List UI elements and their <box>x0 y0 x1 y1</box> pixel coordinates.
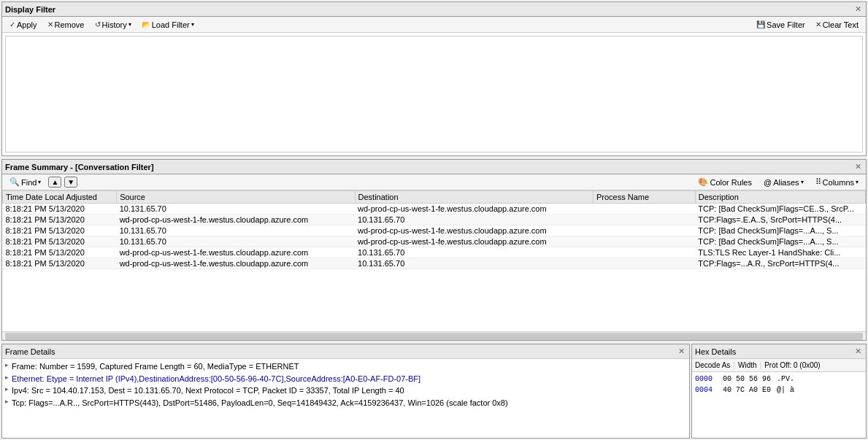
detail-row[interactable]: ▸Frame: Number = 1599, Captured Frame Le… <box>5 360 686 373</box>
aliases-icon: @ <box>764 178 772 187</box>
find-next-button[interactable]: ▼ <box>64 177 77 188</box>
hex-details-header: Hex Details ✕ <box>692 344 866 359</box>
decode-as-label: Decode As <box>695 361 730 369</box>
find-button[interactable]: 🔍 Find ▾ <box>5 177 45 188</box>
cell-time: 8:18:21 PM 5/13/2020 <box>3 225 117 236</box>
col-header-process: Process Name <box>593 191 695 204</box>
cell-processName <box>593 258 695 269</box>
table-row[interactable]: 8:18:21 PM 5/13/202010.131.65.70wd-prod-… <box>3 236 866 247</box>
cell-description: TCP: [Bad CheckSum]Flags=CE..S., SrcP... <box>695 204 865 215</box>
frame-summary-close-button[interactable]: ✕ <box>853 162 863 171</box>
find-prev-button[interactable]: ▲ <box>48 177 61 188</box>
expand-icon[interactable]: ▸ <box>5 385 9 395</box>
history-button[interactable]: ↺ History ▾ <box>91 20 136 30</box>
bottom-panels: Frame Details ✕ ▸Frame: Number = 1599, C… <box>1 344 867 439</box>
cell-source: wd-prod-cp-us-west-1-fe.westus.cloudapp.… <box>117 215 355 225</box>
hex-offset: 0000 <box>695 374 717 385</box>
horizontal-scrollbar[interactable] <box>5 333 863 340</box>
cell-processName <box>593 247 695 258</box>
hex-bytes: 40 7C A0 E0 <box>723 385 771 395</box>
table-row[interactable]: 8:18:21 PM 5/13/2020wd-prod-cp-us-west-1… <box>3 215 866 225</box>
cell-destination: wd-prod-cp-us-west-1-fe.westus.cloudapp.… <box>355 225 593 236</box>
hex-ascii: @| à <box>777 385 794 395</box>
clear-text-label: Clear Text <box>823 20 859 29</box>
table-row[interactable]: 8:18:21 PM 5/13/202010.131.65.70wd-prod-… <box>3 204 866 215</box>
columns-icon: ⠿ <box>815 177 821 187</box>
col-header-destination: Destination <box>355 191 593 204</box>
cell-time: 8:18:21 PM 5/13/2020 <box>3 204 117 215</box>
detail-row[interactable]: ▸Tcp: Flags=...A.R.., SrcPort=HTTPS(443)… <box>5 397 686 409</box>
aliases-dropdown-arrow: ▾ <box>801 179 804 185</box>
table-row[interactable]: 8:18:21 PM 5/13/2020wd-prod-cp-us-west-1… <box>3 258 866 269</box>
cell-source: wd-prod-cp-us-west-1-fe.westus.cloudapp.… <box>117 247 355 258</box>
hex-offset: 0004 <box>695 385 717 395</box>
detail-row[interactable]: ▸Ipv4: Src = 104.40.17.153, Dest = 10.13… <box>5 385 686 397</box>
detail-text: Ipv4: Src = 104.40.17.153, Dest = 10.131… <box>12 385 404 397</box>
find-dropdown-arrow: ▾ <box>38 179 41 185</box>
cell-destination: 10.131.65.70 <box>355 247 593 258</box>
display-filter-header: Display Filter ✕ <box>2 2 866 17</box>
table-row[interactable]: 8:18:21 PM 5/13/202010.131.65.70wd-prod-… <box>3 225 866 236</box>
detail-row[interactable]: ▸Ethernet: Etype = Internet IP (IPv4),De… <box>5 373 686 385</box>
display-filter-panel: Display Filter ✕ ✓ Apply ✕ Remove ↺ Hist… <box>1 1 867 156</box>
col-header-source: Source <box>117 191 355 204</box>
cell-source: wd-prod-cp-us-west-1-fe.westus.cloudapp.… <box>117 258 355 269</box>
history-label: History <box>102 20 127 29</box>
load-filter-button[interactable]: 📂 Load Filter ▾ <box>137 20 199 30</box>
detail-text: Tcp: Flags=...A.R.., SrcPort=HTTPS(443),… <box>12 397 508 409</box>
cell-processName <box>593 215 695 225</box>
cell-description: TCP:Flags=...A.R., SrcPort=HTTPS(4... <box>695 258 865 269</box>
color-rules-button[interactable]: 🎨 Color Rules <box>694 177 756 188</box>
packet-table-container[interactable]: Time Date Local Adjusted Source Destinat… <box>2 190 866 331</box>
expand-icon[interactable]: ▸ <box>5 360 9 371</box>
load-filter-label: Load Filter <box>152 20 190 29</box>
hex-content: 000000 50 56 96.PV.000440 7C A0 E0@| à <box>692 372 866 438</box>
cell-processName <box>593 225 695 236</box>
frame-details-title: Frame Details <box>5 347 55 356</box>
cell-source: 10.131.65.70 <box>117 204 355 215</box>
cell-description: TCP: [Bad CheckSum]Flags=...A..., S... <box>695 236 865 247</box>
load-filter-icon: 📂 <box>142 20 150 28</box>
hex-details-close-button[interactable]: ✕ <box>853 347 863 356</box>
columns-button[interactable]: ⠿ Columns ▾ <box>811 177 863 188</box>
filter-textarea[interactable] <box>7 38 861 150</box>
hex-details-title: Hex Details <box>695 347 736 356</box>
frame-summary-title: Frame Summary - [Conversation Filter] <box>5 163 154 171</box>
toolbar-right: 💾 Save Filter ✕ Clear Text <box>752 20 863 30</box>
clear-text-button[interactable]: ✕ Clear Text <box>811 20 863 30</box>
prot-off-label: Prot Off: 0 (0x00) <box>764 361 821 369</box>
apply-icon: ✓ <box>9 20 15 28</box>
cell-processName <box>593 204 695 215</box>
hex-row: 000440 7C A0 E0@| à <box>695 385 863 395</box>
cell-source: 10.131.65.70 <box>117 236 355 247</box>
find-toolbar: 🔍 Find ▾ ▲ ▼ 🎨 Color Rules @ Aliases ▾ ⠿ <box>2 174 866 190</box>
expand-icon[interactable]: ▸ <box>5 373 9 383</box>
hex-ascii: .PV. <box>777 374 794 385</box>
hex-details-toolbar: Decode As | Width | Prot Off: 0 (0x00) <box>692 359 866 372</box>
cell-time: 8:18:21 PM 5/13/2020 <box>3 236 117 247</box>
horizontal-scrollbar-area[interactable] <box>2 331 866 340</box>
cell-processName <box>593 236 695 247</box>
col-header-description: Description <box>695 191 865 204</box>
cell-description: TLS:TLS Rec Layer-1 HandShake: Cli... <box>695 247 865 258</box>
hex-details-panel: Hex Details ✕ Decode As | Width | Prot O… <box>691 344 867 439</box>
save-filter-button[interactable]: 💾 Save Filter <box>752 20 810 30</box>
display-filter-close-button[interactable]: ✕ <box>853 4 863 14</box>
history-dropdown-arrow: ▾ <box>128 21 131 28</box>
frame-details-panel: Frame Details ✕ ▸Frame: Number = 1599, C… <box>1 344 690 439</box>
aliases-button[interactable]: @ Aliases ▾ <box>759 177 808 188</box>
frame-summary-header: Frame Summary - [Conversation Filter] ✕ <box>2 160 866 174</box>
find-icon: 🔍 <box>9 177 20 187</box>
expand-icon[interactable]: ▸ <box>5 397 9 407</box>
cell-time: 8:18:21 PM 5/13/2020 <box>3 215 117 225</box>
filter-input-area[interactable] <box>5 36 863 153</box>
table-row[interactable]: 8:18:21 PM 5/13/2020wd-prod-cp-us-west-1… <box>3 247 866 258</box>
cell-destination: wd-prod-cp-us-west-1-fe.westus.cloudapp.… <box>355 204 593 215</box>
frame-details-close-button[interactable]: ✕ <box>677 347 686 356</box>
cell-description: TCP:Flags=.E.A..S, SrcPort=HTTPS(4... <box>695 215 865 225</box>
cell-time: 8:18:21 PM 5/13/2020 <box>3 258 117 269</box>
remove-button[interactable]: ✕ Remove <box>43 20 89 30</box>
save-filter-label: Save Filter <box>767 20 805 29</box>
save-filter-icon: 💾 <box>756 20 765 28</box>
apply-button[interactable]: ✓ Apply <box>5 20 42 30</box>
